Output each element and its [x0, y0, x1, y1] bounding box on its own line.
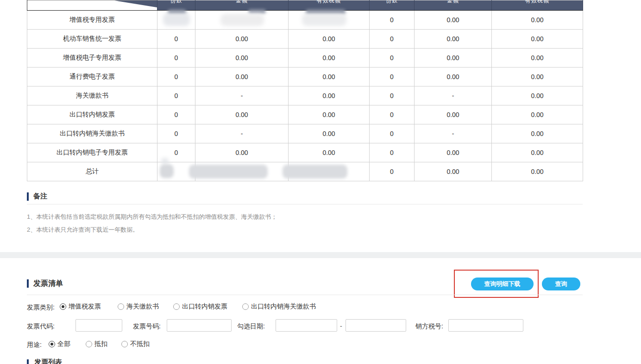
query-detail-download-button[interactable]: 查询明细下载 [471, 278, 534, 290]
value-cell: 0 [370, 49, 415, 68]
value-cell: 0 [370, 105, 415, 124]
value-cell: 0 [370, 30, 415, 49]
invoice-type-cell: 海关缴款书 [27, 86, 157, 105]
value-cell: 0.00 [415, 162, 492, 181]
table-row: 总计00.000.00 [27, 162, 583, 181]
value-cell: - [195, 86, 289, 105]
divider [27, 204, 583, 204]
value-cell: 0.00 [415, 11, 492, 30]
invoice-type-radio-3[interactable]: 出口转内销发票 [173, 302, 227, 311]
radio-selected-icon[interactable] [60, 303, 66, 310]
column-header: 份数 [370, 0, 415, 11]
radio-selected-icon[interactable] [49, 341, 55, 347]
invoice-type-cell: 通行费电子发票 [27, 68, 157, 86]
invoice-type-cell: 出口转内销电子专用发票 [27, 143, 157, 162]
query-button[interactable]: 查询 [542, 278, 580, 290]
value-cell: 0.00 [492, 86, 583, 105]
radio-label: 全部 [57, 340, 70, 348]
radio-icon[interactable] [242, 303, 249, 310]
remark-note-1: 1、本统计表包括当前选定税款所属期内所有勾选为抵扣和不抵扣的增值税发票、海关缴款… [27, 213, 277, 221]
invoice-type-cell: 总计 [27, 162, 157, 181]
invoice-code-label: 发票代码: [27, 322, 55, 331]
value-cell: 0.00 [289, 143, 370, 162]
check-date-end-input[interactable] [346, 319, 406, 332]
value-cell: 0 [370, 86, 415, 105]
value-cell: - [415, 124, 492, 143]
value-cell: 0.00 [289, 68, 370, 86]
invoice-type-cell: 出口转内销发票 [27, 105, 157, 124]
remarks-title: 备注 [33, 192, 47, 201]
invoice-type-radio-2[interactable]: 海关缴款书 [118, 302, 159, 311]
invoice-type-radio-1[interactable]: 增值税发票 [60, 302, 101, 311]
table-row: 增值税专用发票 00.000.00 [27, 11, 583, 30]
invoice-number-label: 发票号码: [133, 322, 161, 331]
radio-icon[interactable] [118, 303, 124, 310]
table-row: 出口转内销发票00.000.0000.000.00 [27, 105, 583, 124]
seller-tax-no-input[interactable] [448, 319, 523, 332]
invoice-number-input[interactable] [167, 319, 232, 332]
radio-label: 不抵扣 [130, 340, 150, 348]
value-cell: 0.00 [289, 124, 370, 143]
value-cell: 0 [370, 162, 415, 181]
value-cell: 0.00 [492, 124, 583, 143]
value-cell [195, 162, 289, 181]
radio-icon[interactable] [121, 341, 128, 347]
invoice-type-cell: 出口转内销海关缴款书 [27, 124, 157, 143]
diagonal-wedge [114, 0, 157, 7]
value-cell: 0.00 [492, 105, 583, 124]
radio-label: 抵扣 [94, 340, 107, 348]
table-row: 机动车销售统一发票00.000.0000.000.00 [27, 30, 583, 49]
column-header-label: 有效税额 [317, 0, 341, 5]
statistics-table-body: 增值税专用发票 00.000.00机动车销售统一发票00.000.0000.00… [27, 11, 583, 181]
value-cell: 0 [157, 30, 195, 49]
radio-icon[interactable] [86, 341, 92, 347]
check-date-label: 勾选日期: [237, 322, 265, 331]
value-cell: - [415, 86, 492, 105]
value-cell: 0 [370, 11, 415, 30]
value-cell: 0 [157, 143, 195, 162]
date-range-separator: - [340, 322, 342, 330]
invoice-code-input[interactable] [75, 319, 122, 332]
invoice-type-radio-4[interactable]: 出口转内销海关缴款书 [242, 302, 316, 311]
invoice-type-label: 发票类别: [27, 303, 55, 312]
section-accent-bar [27, 279, 29, 288]
column-header: 有效税额 [492, 0, 583, 11]
invoice-type-cell: 增值税电子专用发票 [27, 49, 157, 68]
table-row: 海关缴款书0-0.000-0.00 [27, 86, 583, 105]
invoice-type-cell: 增值税专用发票 [27, 11, 157, 30]
column-header: 金额 [195, 0, 289, 11]
radio-icon[interactable] [173, 303, 180, 310]
divider [27, 295, 583, 295]
value-cell: 0.00 [492, 11, 583, 30]
value-cell: 0.00 [492, 162, 583, 181]
usage-radio-3[interactable]: 不抵扣 [121, 340, 150, 348]
table-row: 增值税电子专用发票00.000.0000.000.00 [27, 49, 583, 68]
column-header-label: 份数 [170, 0, 182, 5]
statistics-table: 份数金额有效税额份数金额有效税额 增值税专用发票 00.000.00机动车销售统… [27, 0, 583, 181]
value-cell: 0 [157, 49, 195, 68]
value-cell: 0.00 [289, 49, 370, 68]
value-cell: 0.00 [195, 49, 289, 68]
column-header: 金额 [415, 0, 492, 11]
usage-radio-1[interactable]: 全部 [49, 340, 70, 348]
invoice-type-cell: 机动车销售统一发票 [27, 30, 157, 49]
value-cell: 0 [157, 105, 195, 124]
value-cell: 0.00 [492, 49, 583, 68]
value-cell: 0.00 [492, 68, 583, 86]
column-header-label: 金额 [447, 0, 459, 5]
value-cell [157, 162, 195, 181]
value-cell: 0.00 [492, 30, 583, 49]
value-cell: 0.00 [415, 30, 492, 49]
value-cell: 0 [157, 124, 195, 143]
check-date-start-input[interactable] [276, 319, 337, 332]
value-cell [195, 11, 289, 30]
value-cell: 0 [157, 86, 195, 105]
column-header-label: 份数 [386, 0, 398, 5]
value-cell: 0.00 [289, 105, 370, 124]
value-cell: 0.00 [289, 86, 370, 105]
diagonal-corner-cell [27, 0, 157, 11]
radio-label: 海关缴款书 [126, 302, 159, 311]
usage-radio-2[interactable]: 抵扣 [86, 340, 107, 348]
column-header: 有效税额 [289, 0, 370, 11]
section-accent-bar [27, 192, 29, 201]
